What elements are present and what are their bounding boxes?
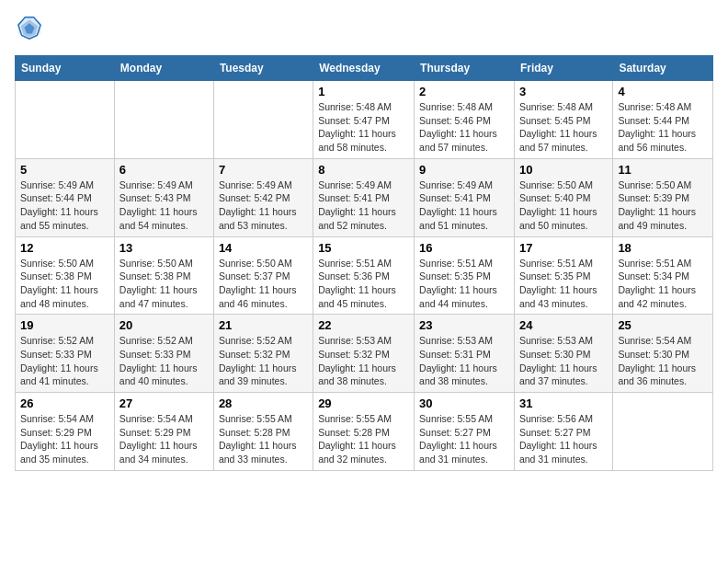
day-info: Sunrise: 5:51 AM Sunset: 5:34 PM Dayligh… <box>618 257 708 311</box>
day-number: 15 <box>318 241 409 255</box>
day-info: Sunrise: 5:48 AM Sunset: 5:44 PM Dayligh… <box>618 100 708 155</box>
day-info: Sunrise: 5:51 AM Sunset: 5:35 PM Dayligh… <box>419 257 509 311</box>
calendar-cell <box>213 81 313 159</box>
day-number: 7 <box>219 163 308 177</box>
calendar-week-row: 26Sunrise: 5:54 AM Sunset: 5:29 PM Dayli… <box>16 393 713 471</box>
day-info: Sunrise: 5:50 AM Sunset: 5:40 PM Dayligh… <box>519 178 608 233</box>
day-info: Sunrise: 5:48 AM Sunset: 5:45 PM Dayligh… <box>519 100 608 155</box>
calendar-cell: 23Sunrise: 5:53 AM Sunset: 5:31 PM Dayli… <box>415 315 515 393</box>
calendar-cell: 14Sunrise: 5:50 AM Sunset: 5:37 PM Dayli… <box>213 236 313 315</box>
day-number: 12 <box>20 241 109 255</box>
day-info: Sunrise: 5:51 AM Sunset: 5:35 PM Dayligh… <box>519 257 608 311</box>
day-number: 18 <box>618 241 708 255</box>
calendar-cell <box>16 81 115 159</box>
calendar-cell: 27Sunrise: 5:54 AM Sunset: 5:29 PM Dayli… <box>114 393 213 471</box>
day-number: 29 <box>318 396 409 410</box>
day-number: 2 <box>419 85 509 98</box>
calendar-cell: 16Sunrise: 5:51 AM Sunset: 5:35 PM Dayli… <box>415 236 515 315</box>
calendar-cell: 18Sunrise: 5:51 AM Sunset: 5:34 PM Dayli… <box>613 236 713 315</box>
calendar-cell: 1Sunrise: 5:48 AM Sunset: 5:47 PM Daylig… <box>313 81 415 159</box>
day-info: Sunrise: 5:50 AM Sunset: 5:37 PM Dayligh… <box>219 257 308 311</box>
col-header-tuesday: Tuesday <box>213 56 313 81</box>
logo <box>15 15 42 44</box>
calendar-cell: 2Sunrise: 5:48 AM Sunset: 5:46 PM Daylig… <box>415 81 515 159</box>
calendar-cell: 22Sunrise: 5:53 AM Sunset: 5:32 PM Dayli… <box>313 315 415 393</box>
day-number: 20 <box>119 318 209 332</box>
day-number: 27 <box>119 396 209 410</box>
calendar-cell: 29Sunrise: 5:55 AM Sunset: 5:28 PM Dayli… <box>313 393 415 471</box>
day-number: 3 <box>519 85 608 98</box>
day-number: 6 <box>119 163 209 177</box>
col-header-friday: Friday <box>514 56 612 81</box>
calendar-cell: 12Sunrise: 5:50 AM Sunset: 5:38 PM Dayli… <box>16 236 115 315</box>
calendar-cell: 17Sunrise: 5:51 AM Sunset: 5:35 PM Dayli… <box>514 236 612 315</box>
day-info: Sunrise: 5:55 AM Sunset: 5:28 PM Dayligh… <box>219 412 308 466</box>
day-info: Sunrise: 5:50 AM Sunset: 5:38 PM Dayligh… <box>20 257 109 311</box>
calendar-cell: 21Sunrise: 5:52 AM Sunset: 5:32 PM Dayli… <box>213 315 313 393</box>
calendar-cell: 7Sunrise: 5:49 AM Sunset: 5:42 PM Daylig… <box>213 158 313 236</box>
day-number: 8 <box>318 163 409 177</box>
calendar-header-row: SundayMondayTuesdayWednesdayThursdayFrid… <box>16 56 713 81</box>
day-info: Sunrise: 5:55 AM Sunset: 5:27 PM Dayligh… <box>419 412 509 466</box>
col-header-sunday: Sunday <box>16 56 115 81</box>
day-info: Sunrise: 5:53 AM Sunset: 5:32 PM Dayligh… <box>318 334 409 388</box>
day-number: 5 <box>20 163 109 177</box>
calendar-cell: 30Sunrise: 5:55 AM Sunset: 5:27 PM Dayli… <box>415 393 515 471</box>
calendar-cell: 5Sunrise: 5:49 AM Sunset: 5:44 PM Daylig… <box>16 158 115 236</box>
calendar-week-row: 1Sunrise: 5:48 AM Sunset: 5:47 PM Daylig… <box>16 81 713 159</box>
day-info: Sunrise: 5:48 AM Sunset: 5:46 PM Dayligh… <box>419 100 509 155</box>
day-info: Sunrise: 5:49 AM Sunset: 5:44 PM Dayligh… <box>20 178 109 233</box>
calendar-week-row: 12Sunrise: 5:50 AM Sunset: 5:38 PM Dayli… <box>16 236 713 315</box>
calendar-cell: 4Sunrise: 5:48 AM Sunset: 5:44 PM Daylig… <box>613 81 713 159</box>
day-info: Sunrise: 5:53 AM Sunset: 5:30 PM Dayligh… <box>519 334 608 388</box>
day-info: Sunrise: 5:49 AM Sunset: 5:42 PM Dayligh… <box>219 178 308 233</box>
day-number: 1 <box>318 85 409 98</box>
calendar-cell: 6Sunrise: 5:49 AM Sunset: 5:43 PM Daylig… <box>114 158 213 236</box>
day-number: 25 <box>618 318 708 332</box>
col-header-wednesday: Wednesday <box>313 56 415 81</box>
day-number: 16 <box>419 241 509 255</box>
day-number: 19 <box>20 318 109 332</box>
calendar-cell: 28Sunrise: 5:55 AM Sunset: 5:28 PM Dayli… <box>213 393 313 471</box>
day-info: Sunrise: 5:54 AM Sunset: 5:29 PM Dayligh… <box>20 412 109 466</box>
day-info: Sunrise: 5:52 AM Sunset: 5:33 PM Dayligh… <box>119 334 209 388</box>
day-number: 14 <box>219 241 308 255</box>
logo-icon <box>17 15 42 40</box>
day-info: Sunrise: 5:52 AM Sunset: 5:32 PM Dayligh… <box>219 334 308 388</box>
calendar-cell: 20Sunrise: 5:52 AM Sunset: 5:33 PM Dayli… <box>114 315 213 393</box>
calendar-cell: 9Sunrise: 5:49 AM Sunset: 5:41 PM Daylig… <box>415 158 515 236</box>
col-header-monday: Monday <box>114 56 213 81</box>
day-info: Sunrise: 5:51 AM Sunset: 5:36 PM Dayligh… <box>318 257 409 311</box>
day-info: Sunrise: 5:53 AM Sunset: 5:31 PM Dayligh… <box>419 334 509 388</box>
day-info: Sunrise: 5:49 AM Sunset: 5:41 PM Dayligh… <box>318 178 409 233</box>
day-number: 24 <box>519 318 608 332</box>
day-info: Sunrise: 5:50 AM Sunset: 5:39 PM Dayligh… <box>618 178 708 233</box>
calendar-cell: 11Sunrise: 5:50 AM Sunset: 5:39 PM Dayli… <box>613 158 713 236</box>
calendar-cell: 13Sunrise: 5:50 AM Sunset: 5:38 PM Dayli… <box>114 236 213 315</box>
calendar-cell: 15Sunrise: 5:51 AM Sunset: 5:36 PM Dayli… <box>313 236 415 315</box>
calendar-cell: 26Sunrise: 5:54 AM Sunset: 5:29 PM Dayli… <box>16 393 115 471</box>
day-number: 21 <box>219 318 308 332</box>
day-number: 10 <box>519 163 608 177</box>
day-number: 9 <box>419 163 509 177</box>
day-info: Sunrise: 5:50 AM Sunset: 5:38 PM Dayligh… <box>119 257 209 311</box>
day-number: 13 <box>119 241 209 255</box>
day-number: 17 <box>519 241 608 255</box>
col-header-thursday: Thursday <box>415 56 515 81</box>
day-number: 26 <box>20 396 109 410</box>
day-number: 11 <box>618 163 708 177</box>
day-number: 30 <box>419 396 509 410</box>
day-number: 23 <box>419 318 509 332</box>
day-info: Sunrise: 5:52 AM Sunset: 5:33 PM Dayligh… <box>20 334 109 388</box>
day-number: 4 <box>618 85 708 98</box>
page-header <box>15 15 713 44</box>
calendar-table: SundayMondayTuesdayWednesdayThursdayFrid… <box>15 55 713 471</box>
calendar-cell: 3Sunrise: 5:48 AM Sunset: 5:45 PM Daylig… <box>514 81 612 159</box>
day-number: 31 <box>519 396 608 410</box>
calendar-cell: 24Sunrise: 5:53 AM Sunset: 5:30 PM Dayli… <box>514 315 612 393</box>
day-info: Sunrise: 5:56 AM Sunset: 5:27 PM Dayligh… <box>519 412 608 466</box>
day-number: 28 <box>219 396 308 410</box>
calendar-week-row: 5Sunrise: 5:49 AM Sunset: 5:44 PM Daylig… <box>16 158 713 236</box>
day-info: Sunrise: 5:48 AM Sunset: 5:47 PM Dayligh… <box>318 100 409 155</box>
calendar-week-row: 19Sunrise: 5:52 AM Sunset: 5:33 PM Dayli… <box>16 315 713 393</box>
